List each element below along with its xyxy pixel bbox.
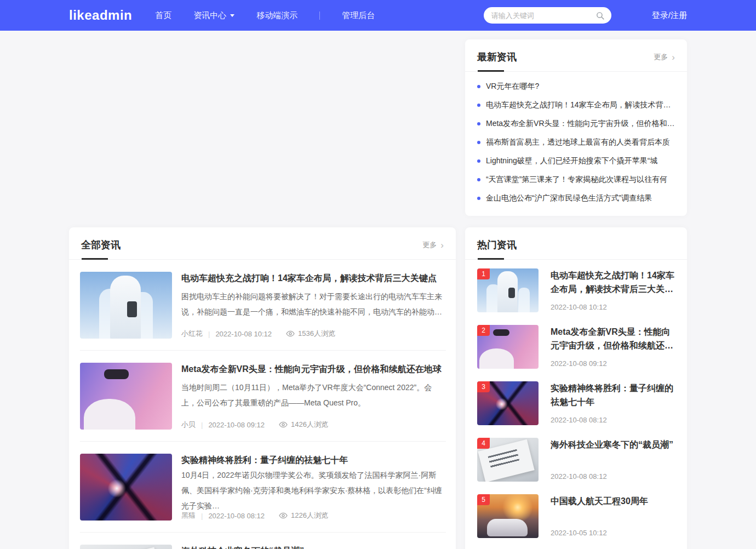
meta-divider: | bbox=[196, 421, 208, 429]
latest-news-title: 电动车超快充之战打响！14家车企布局，解读技术背后三… bbox=[486, 100, 675, 110]
hot-item-thumbnail: 4 bbox=[477, 438, 539, 482]
latest-news-header: 最新资讯 更多› bbox=[465, 39, 687, 72]
latest-news-card: 最新资讯 更多› VR元年在哪年? 电动车超快充之战打响！14家车企布局，解读技… bbox=[465, 39, 687, 216]
eye-icon bbox=[279, 420, 288, 429]
article-date: 2022-10-08 10:12 bbox=[215, 330, 272, 338]
logo[interactable]: likeadmin bbox=[69, 8, 132, 23]
hot-item-thumbnail: 1 bbox=[477, 268, 539, 312]
chevron-right-icon: › bbox=[440, 242, 444, 249]
hot-item-date: 2022-10-08 08:12 bbox=[551, 416, 675, 424]
latest-news-item[interactable]: VR元年在哪年? bbox=[477, 77, 675, 96]
hot-news-item[interactable]: 5 中国载人航天工程30周年 2022-10-05 10:12 bbox=[477, 494, 675, 538]
article-excerpt: 困扰电动车主的补能问题将要被解决了！对于需要长途出行的电动汽车车主来说，补能问题… bbox=[181, 289, 446, 319]
bullet-dot-icon bbox=[477, 104, 480, 107]
article-excerpt: 10月4日，2022年诺贝尔物理学奖公布。奖项颁发给了法国科学家阿兰·阿斯佩、美… bbox=[181, 467, 446, 510]
bullet-dot-icon bbox=[477, 197, 480, 200]
latest-news-title: “天宫课堂”第三课来了！专家揭秘此次课程与以往有何 bbox=[486, 175, 667, 185]
article-thumbnail bbox=[80, 363, 172, 430]
latest-news-title: VR元年在哪年? bbox=[486, 82, 539, 92]
rank-badge: 1 bbox=[477, 268, 490, 279]
hot-item-title: Meta发布全新VR头显：性能向元宇宙升级，但价格和续航还在地球 bbox=[551, 325, 675, 352]
hot-item-title: 海外科技企业寒冬下的“裁员潮” bbox=[551, 438, 675, 451]
more-link[interactable]: 更多› bbox=[654, 52, 675, 62]
latest-news-item[interactable]: 金山电池公布“沪广深市民绿色生活方式”调查结果 bbox=[477, 189, 675, 208]
hot-item-title: 实验精神终将胜利：量子纠缠的祛魅七十年 bbox=[551, 381, 675, 409]
hot-item-date: 2022-10-08 10:12 bbox=[551, 303, 675, 311]
latest-news-item[interactable]: “天宫课堂”第三课来了！专家揭秘此次课程与以往有何 bbox=[477, 170, 675, 189]
search-icon[interactable] bbox=[595, 11, 605, 20]
meta-divider: | bbox=[203, 330, 215, 338]
views-count: 1226人浏览 bbox=[291, 511, 328, 521]
latest-news-title: Meta发布全新VR头显：性能向元宇宙升级，但价格和续…还 bbox=[486, 119, 675, 129]
more-link[interactable]: 更多› bbox=[422, 240, 444, 250]
hot-news-item[interactable]: 4 海外科技企业寒冬下的“裁员潮” 2022-10-08 08:12 bbox=[477, 438, 675, 482]
article-title: 电动车超快充之战打响！14家车企布局，解读技术背后三大关键点 bbox=[181, 273, 446, 284]
rank-badge: 5 bbox=[477, 494, 490, 505]
article-row[interactable]: 电动车超快充之战打响！14家车企布局，解读技术背后三大关键点 困扰电动车主的补能… bbox=[80, 260, 446, 351]
article-meta: 小贝 | 2022-10-08 09:12 1426人浏览 bbox=[181, 420, 446, 430]
article-meta: 黑猫 | 2022-10-08 08:12 1226人浏览 bbox=[181, 511, 446, 521]
article-views: 1536人浏览 bbox=[286, 329, 335, 339]
article-views: 1426人浏览 bbox=[279, 420, 328, 430]
rank-badge: 2 bbox=[477, 325, 490, 336]
hot-news-header: 热门资讯 bbox=[465, 227, 687, 260]
eye-icon bbox=[286, 329, 295, 338]
hot-news-item[interactable]: 3 实验精神终将胜利：量子纠缠的祛魅七十年 2022-10-08 08:12 bbox=[477, 381, 675, 425]
card-title: 热门资讯 bbox=[477, 238, 517, 259]
nav-divider bbox=[319, 12, 320, 20]
navbar: likeadmin 首页 资讯中心 移动端演示 管理后台 登录/注册 bbox=[0, 0, 756, 31]
login-register-link[interactable]: 登录/注册 bbox=[652, 10, 687, 21]
hot-news-list: 1 电动车超快充之战打响！14家车企布局，解读技术背后三大关键点 2022-10… bbox=[465, 260, 687, 538]
article-row[interactable]: 实验精神终将胜利：量子纠缠的祛魅七十年 10月4日，2022年诺贝尔物理学奖公布… bbox=[80, 442, 446, 533]
more-label: 更多 bbox=[422, 240, 437, 250]
article-author: 小红花 bbox=[181, 329, 203, 339]
chevron-down-icon bbox=[230, 14, 234, 19]
nav-item-home[interactable]: 首页 bbox=[155, 0, 171, 31]
hot-item-date: 2022-10-05 10:12 bbox=[551, 529, 675, 537]
nav-item-admin[interactable]: 管理后台 bbox=[342, 0, 375, 31]
article-date: 2022-10-08 09:12 bbox=[208, 421, 265, 429]
article-meta: 小红花 | 2022-10-08 10:12 1536人浏览 bbox=[181, 329, 446, 339]
rank-badge: 4 bbox=[477, 438, 490, 449]
hot-item-thumbnail: 5 bbox=[477, 494, 539, 538]
bullet-dot-icon bbox=[477, 141, 480, 144]
article-author: 黑猫 bbox=[181, 511, 196, 521]
bullet-dot-icon bbox=[477, 85, 480, 88]
latest-news-title: Lightning破壁，人们已经开始搜索下个撬开苹果“城 bbox=[486, 156, 658, 166]
rank-badge: 3 bbox=[477, 381, 490, 392]
article-title: 实验精神终将胜利：量子纠缠的祛魅七十年 bbox=[181, 455, 446, 465]
article-title: Meta发布全新VR头显：性能向元宇宙升级，但价格和续航还在地球 bbox=[181, 364, 446, 375]
search-input[interactable] bbox=[491, 12, 595, 20]
latest-news-item[interactable]: 电动车超快充之战打响！14家车企布局，解读技术背后三… bbox=[477, 96, 675, 115]
latest-news-item[interactable]: Lightning破壁，人们已经开始搜索下个撬开苹果“城 bbox=[477, 152, 675, 170]
views-count: 1426人浏览 bbox=[291, 420, 328, 430]
card-title: 全部资讯 bbox=[81, 238, 121, 259]
all-news-header: 全部资讯 更多› bbox=[69, 227, 456, 260]
bullet-dot-icon bbox=[477, 122, 480, 125]
hot-news-item[interactable]: 1 电动车超快充之战打响！14家车企布局，解读技术背后三大关键点 2022-10… bbox=[477, 268, 675, 312]
article-author: 小贝 bbox=[181, 420, 196, 430]
article-views: 1226人浏览 bbox=[279, 511, 328, 521]
article-list: 电动车超快充之战打响！14家车企布局，解读技术背后三大关键点 困扰电动车主的补能… bbox=[69, 260, 456, 549]
latest-news-list: VR元年在哪年? 电动车超快充之战打响！14家车企布局，解读技术背后三… Met… bbox=[465, 72, 687, 208]
latest-news-item[interactable]: Meta发布全新VR头显：性能向元宇宙升级，但价格和续…还 bbox=[477, 115, 675, 133]
article-row[interactable]: Meta发布全新VR头显：性能向元宇宙升级，但价格和续航还在地球 当地时间周二（… bbox=[80, 351, 446, 442]
all-news-card: 全部资讯 更多› 电动车超快充之战打响！14家车企布局，解读技术背后三大关键点 … bbox=[69, 227, 456, 549]
article-excerpt: 当地时间周二（10月11日），Meta举办了VR年度大会“Connect 202… bbox=[181, 380, 446, 410]
hot-item-date: 2022-10-08 08:12 bbox=[551, 472, 675, 481]
hot-item-date: 2022-10-08 09:12 bbox=[551, 359, 675, 368]
search-box bbox=[484, 7, 611, 24]
hot-news-item[interactable]: 2 Meta发布全新VR头显：性能向元宇宙升级，但价格和续航还在地球 2022-… bbox=[477, 325, 675, 369]
nav-item-label: 管理后台 bbox=[342, 10, 375, 21]
hot-item-title: 中国载人航天工程30周年 bbox=[551, 494, 675, 508]
article-thumbnail bbox=[80, 272, 172, 339]
article-row[interactable]: 海外科技企业寒冬下的“裁员潮” | bbox=[80, 533, 446, 549]
latest-news-item[interactable]: 福布斯首富易主，透过地球上最富有的人类看背后本质 bbox=[477, 133, 675, 152]
article-thumbnail bbox=[80, 545, 172, 549]
nav-item-label: 首页 bbox=[155, 10, 171, 21]
hot-item-title: 电动车超快充之战打响！14家车企布局，解读技术背后三大关键点 bbox=[551, 268, 675, 296]
main-nav: 首页 资讯中心 移动端演示 管理后台 bbox=[155, 0, 397, 31]
nav-item-news-center[interactable]: 资讯中心 bbox=[193, 0, 234, 31]
nav-item-mobile-demo[interactable]: 移动端演示 bbox=[256, 0, 297, 31]
nav-item-label: 资讯中心 bbox=[193, 10, 226, 21]
